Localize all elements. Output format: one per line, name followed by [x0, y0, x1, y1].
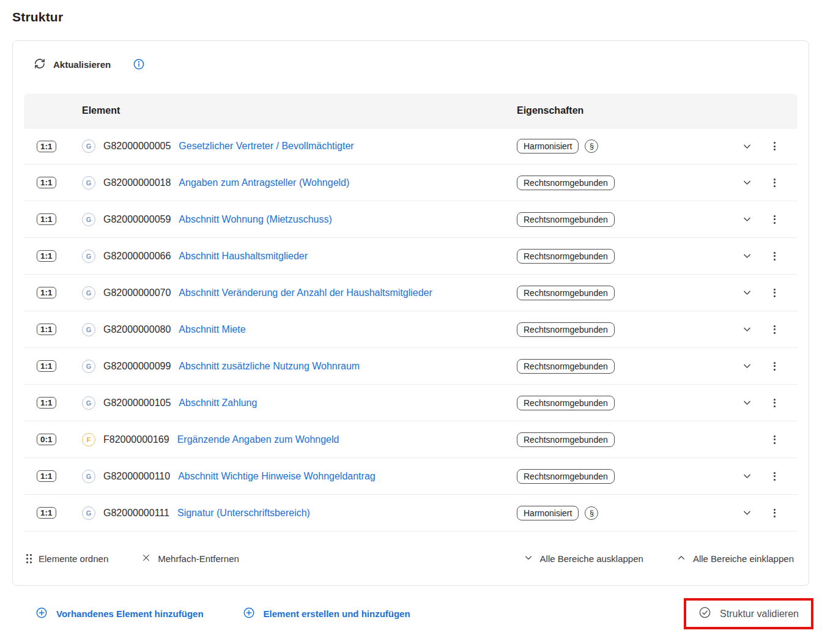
expand-chevron-button[interactable] — [733, 458, 761, 494]
element-link[interactable]: Abschnitt Haushaltsmitglieder — [179, 251, 308, 262]
element-link[interactable]: Abschnitt Veränderung der Anzahl der Hau… — [179, 287, 432, 298]
element-id: G82000000110 — [103, 471, 170, 482]
column-header-eigenschaften: Eigenschaften — [517, 105, 733, 116]
row-menu-button[interactable] — [761, 495, 788, 531]
kebab-menu-icon — [774, 472, 776, 481]
refresh-button[interactable]: Aktualisieren — [34, 57, 111, 72]
row-menu-button[interactable] — [761, 201, 788, 237]
chevron-down-icon — [742, 471, 752, 481]
element-type-icon: G — [82, 213, 95, 226]
chevron-down-icon — [742, 177, 752, 188]
element-type-icon: G — [82, 470, 95, 483]
collapse-all-button[interactable]: Alle Bereiche einklappen — [676, 553, 794, 564]
property-badge: Harmonisiert — [517, 506, 579, 520]
element-type-icon: G — [82, 360, 95, 373]
info-icon[interactable] — [133, 58, 145, 70]
struktur-page: Struktur Aktualisieren — [0, 0, 822, 629]
expand-chevron-button[interactable] — [733, 128, 761, 164]
element-link[interactable]: Signatur (Unterschriftsbereich) — [177, 508, 310, 519]
expand-chevron-button[interactable] — [733, 311, 761, 347]
cardinality-badge: 1:1 — [37, 177, 56, 188]
cardinality-badge: 0:1 — [37, 434, 56, 445]
expand-all-button[interactable]: Alle Bereiche ausklappen — [524, 553, 643, 564]
row-menu-button[interactable] — [761, 458, 788, 494]
element-id: G82000000080 — [103, 324, 171, 335]
plus-circle-icon — [35, 607, 48, 621]
table-row: 1:1 G G82000000099 Abschnitt zusätzliche… — [24, 348, 798, 385]
validate-structure-label: Struktur validieren — [720, 609, 799, 620]
row-menu-button[interactable] — [761, 348, 788, 384]
element-type-icon: G — [82, 286, 95, 300]
add-existing-element-button[interactable]: Vorhandenes Element hinzufügen — [35, 607, 204, 621]
chevron-up-icon — [676, 553, 686, 564]
property-badge: Rechtsnormgebunden — [517, 359, 615, 374]
validate-structure-button[interactable]: Struktur validieren — [698, 606, 799, 621]
row-menu-button[interactable] — [761, 128, 788, 164]
create-and-add-element-button[interactable]: Element erstellen und hinzufügen — [243, 607, 410, 621]
chevron-down-icon — [742, 324, 752, 335]
panel-toolbar: Aktualisieren — [13, 41, 809, 73]
element-id: G82000000070 — [103, 287, 171, 298]
table-row: 1:1 G G82000000110 Abschnitt Wichtige Hi… — [24, 458, 798, 495]
element-id: G82000000111 — [103, 508, 169, 519]
multi-remove-button[interactable]: Mehrfach-Entfernen — [141, 553, 239, 564]
row-menu-button[interactable] — [761, 275, 788, 311]
table-row: 1:1 G G82000000018 Angaben zum Antragste… — [24, 165, 798, 201]
expand-chevron-button[interactable] — [733, 495, 761, 531]
element-type-icon: G — [82, 323, 95, 336]
property-badge: Harmonisiert — [517, 139, 579, 154]
paragraph-icon: § — [585, 139, 598, 153]
expand-chevron-button[interactable] — [733, 275, 761, 311]
table-row: 1:1 G G82000000005 Gesetzlicher Vertrete… — [24, 128, 798, 165]
table-row: 1:1 G G82000000111 Signatur (Unterschrif… — [24, 495, 798, 531]
chevron-down-icon — [524, 553, 533, 564]
expand-chevron-button[interactable] — [733, 348, 761, 384]
kebab-menu-icon — [774, 215, 776, 224]
element-id: G82000000105 — [103, 398, 171, 409]
refresh-label: Aktualisieren — [53, 59, 111, 70]
row-menu-button[interactable] — [761, 238, 788, 274]
collapse-all-label: Alle Bereiche einklappen — [693, 553, 794, 564]
cardinality-badge: 1:1 — [37, 507, 56, 519]
row-menu-button[interactable] — [761, 385, 788, 421]
kebab-menu-icon — [774, 252, 776, 261]
structure-table: Element Eigenschaften 1:1 G G82000000005… — [24, 94, 798, 585]
element-link[interactable]: Gesetzlicher Vertreter / Bevollmächtigte… — [179, 141, 354, 152]
element-link[interactable]: Abschnitt Wichtige Hinweise Wohngeldantr… — [178, 471, 376, 482]
cardinality-badge: 1:1 — [37, 470, 56, 482]
element-link[interactable]: Abschnitt zusätzliche Nutzung Wohnraum — [179, 361, 360, 372]
table-header-row: Element Eigenschaften — [24, 94, 798, 128]
expand-chevron-button[interactable] — [733, 385, 761, 421]
plus-circle-icon — [243, 607, 255, 621]
element-type-icon: G — [82, 506, 95, 520]
add-existing-element-label: Vorhandenes Element hinzufügen — [56, 609, 204, 619]
order-elements-button[interactable]: Elemente ordnen — [26, 553, 108, 564]
expand-chevron-button[interactable] — [733, 165, 761, 201]
property-badge: Rechtsnormgebunden — [517, 469, 615, 484]
close-icon — [141, 553, 151, 564]
table-row: 1:1 G G82000000105 Abschnitt Zahlung Rec… — [24, 385, 798, 421]
multi-remove-label: Mehrfach-Entfernen — [158, 553, 239, 564]
element-id: G82000000018 — [103, 177, 171, 188]
kebab-menu-icon — [774, 325, 776, 334]
element-link[interactable]: Ergänzende Angaben zum Wohngeld — [177, 434, 339, 445]
element-link[interactable]: Angaben zum Antragsteller (Wohngeld) — [179, 177, 349, 188]
cardinality-badge: 1:1 — [37, 213, 56, 225]
element-link[interactable]: Abschnitt Wohnung (Mietzuschuss) — [179, 214, 331, 225]
element-id: G82000000005 — [103, 141, 171, 152]
table-row: 0:1 F F82000000169 Ergänzende Angaben zu… — [24, 421, 798, 458]
row-menu-button[interactable] — [761, 165, 788, 201]
element-link[interactable]: Abschnitt Miete — [179, 324, 245, 335]
element-link[interactable]: Abschnitt Zahlung — [179, 398, 257, 409]
row-menu-button[interactable] — [761, 311, 788, 347]
element-id: F82000000169 — [103, 434, 169, 445]
row-menu-button[interactable] — [761, 421, 788, 457]
property-badge: Rechtsnormgebunden — [517, 396, 615, 410]
element-type-icon: G — [82, 139, 95, 153]
expand-chevron-button[interactable] — [733, 238, 761, 274]
highlight-annotation-box: Struktur validieren — [684, 598, 813, 629]
chevron-down-icon — [742, 214, 752, 224]
chevron-down-icon — [742, 398, 752, 408]
element-type-icon: G — [82, 396, 95, 410]
expand-chevron-button[interactable] — [733, 201, 761, 237]
